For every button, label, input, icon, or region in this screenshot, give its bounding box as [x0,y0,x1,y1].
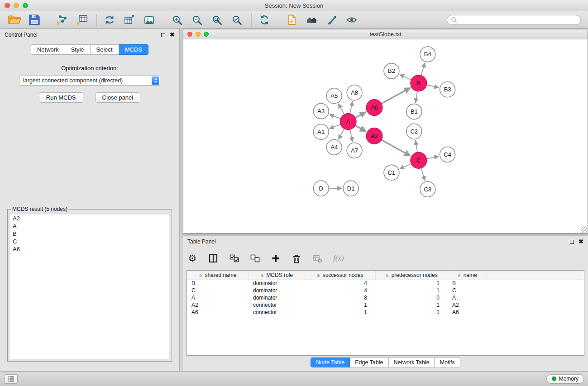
graph-edge-C-C1[interactable] [400,164,411,169]
snapshot-button[interactable] [285,13,299,27]
tab-motifs[interactable]: Motifs [435,357,460,367]
column-header-successor-nodes[interactable]: ⋔successor nodes [305,271,375,280]
tab-network[interactable]: Network [31,44,65,55]
mcds-result-item[interactable]: A [10,222,169,230]
deselect-all-columns-button[interactable] [250,253,260,264]
tab-mcds[interactable]: MCDS [119,44,148,55]
graph-edge-A-A2[interactable] [355,125,366,131]
graph-edge-A-A7[interactable] [350,129,353,142]
graph-edge-A2-C[interactable] [382,140,411,156]
mcds-result-item[interactable]: A2 [10,214,169,222]
graph-node-C[interactable]: C [411,152,427,168]
graph-edge-B-B4[interactable] [421,63,425,76]
show-hide-button[interactable] [344,13,359,27]
graph-node-D1[interactable]: D1 [343,181,359,196]
graph-node-C3[interactable]: C3 [420,181,435,197]
tab-network-table[interactable]: Network Table [389,357,435,367]
graph-node-B3[interactable]: B3 [440,82,455,97]
graph-node-A3[interactable]: A3 [313,104,329,119]
graph-node-D[interactable]: D [313,181,329,196]
column-header-predecessor-nodes[interactable]: ⋔predecessor nodes [375,271,448,280]
zoom-selected-button[interactable] [229,13,244,27]
table-row[interactable]: Cdominator41C [187,287,584,294]
graph-edge-C-C3[interactable] [421,168,425,181]
mcds-result-item[interactable]: A6 [10,245,169,253]
import-network-button[interactable] [55,13,69,27]
graph-edge-B-B3[interactable] [426,85,439,88]
search-box[interactable] [447,15,581,25]
resize-grip[interactable] [581,226,587,233]
tab-style[interactable]: Style [65,44,91,55]
network-canvas[interactable]: B4B2BB3A5A8A6B1A3AC2A1A2A4A7C4CC1C3DD1 [183,39,588,233]
export-image-button[interactable] [142,13,157,27]
column-header-shared-name[interactable]: ⋔shared name [187,271,249,280]
zoom-in-button[interactable] [170,13,184,27]
zoom-fit-button[interactable] [210,13,224,27]
annotation-button[interactable] [325,13,339,27]
graph-node-A1[interactable]: A1 [313,124,329,140]
graph-edge-C-C2[interactable] [416,140,417,152]
mcds-result-item[interactable]: C [10,238,169,245]
add-column-button[interactable] [271,253,281,264]
table-row[interactable]: A2connector11A2 [187,301,584,309]
zoom-network-window-button[interactable] [204,32,209,37]
delete-table-button[interactable] [312,253,322,264]
column-header-name[interactable]: ⋔name [448,271,487,280]
memory-button[interactable]: Memory [546,374,584,384]
table-settings-button[interactable]: ⚙ [187,253,197,264]
graph-node-C2[interactable]: C2 [406,124,422,139]
graph-node-B2[interactable]: B2 [384,63,399,79]
import-table-button[interactable] [75,13,89,27]
graph-edge-A-A8[interactable] [350,101,353,114]
run-mcds-button[interactable]: Run MCDS [39,92,83,103]
graph-edge-B-B1[interactable] [416,91,417,103]
home-button[interactable] [305,13,319,27]
tab-node-table[interactable]: Node Table [311,357,350,367]
export-table-button[interactable] [122,13,137,27]
status-menu-button[interactable] [4,374,18,384]
graph-edge-A-A1[interactable] [330,124,340,129]
graph-edge-A6-B[interactable] [382,88,411,104]
network-arrows-button[interactable] [102,13,117,27]
search-input[interactable] [459,17,577,23]
close-window-button[interactable] [5,3,10,8]
close-network-window-button[interactable] [187,32,192,37]
network-window-titlebar[interactable]: testGlobe.txt [183,29,588,39]
table-row[interactable]: Bdominator41B [187,280,584,287]
close-panel-icon[interactable]: ✖ [170,33,175,37]
graph-node-B[interactable]: B [411,75,427,91]
table-row[interactable]: Adominator80A [187,294,584,301]
zoom-window-button[interactable] [23,3,28,8]
graph-node-A6[interactable]: A6 [366,100,382,116]
minimize-network-window-button[interactable] [196,32,201,37]
float-table-panel-icon[interactable] [570,240,574,244]
close-table-panel-icon[interactable]: ✖ [578,239,583,244]
save-session-button[interactable] [27,13,42,27]
graph-edge-A-A4[interactable] [339,129,344,139]
zoom-out-button[interactable] [190,13,204,27]
graph-node-A2[interactable]: A2 [366,128,382,144]
graph-node-B4[interactable]: B4 [420,47,435,62]
optimization-criterion-select[interactable]: largest connected component (directed) [19,76,160,86]
graph-edge-A-A6[interactable] [355,112,366,118]
delete-columns-button[interactable] [292,253,301,264]
mcds-result-item[interactable]: B [10,230,169,238]
graph-node-A4[interactable]: A4 [326,139,342,155]
apply-layout-button[interactable] [257,13,272,27]
graph-node-C4[interactable]: C4 [440,147,455,162]
graph-node-A8[interactable]: A8 [347,85,362,100]
graph-edge-B-B2[interactable] [400,75,411,80]
graph-edge-A-A5[interactable] [339,104,344,114]
tab-edge-table[interactable]: Edge Table [350,357,388,367]
table-row[interactable]: A6connector11A6 [187,309,584,316]
close-panel-button[interactable]: Close panel [95,92,141,103]
graph-edge-A-A3[interactable] [330,114,340,119]
function-builder-button[interactable]: f(x) [333,253,344,264]
select-all-columns-button[interactable] [229,253,239,264]
graph-node-A5[interactable]: A5 [326,88,342,104]
show-columns-button[interactable] [208,253,218,264]
network-graph[interactable]: B4B2BB3A5A8A6B1A3AC2A1A2A4A7C4CC1C3DD1 [183,39,588,233]
minimize-window-button[interactable] [14,3,19,8]
graph-node-B1[interactable]: B1 [406,104,422,119]
float-panel-icon[interactable] [161,33,165,37]
